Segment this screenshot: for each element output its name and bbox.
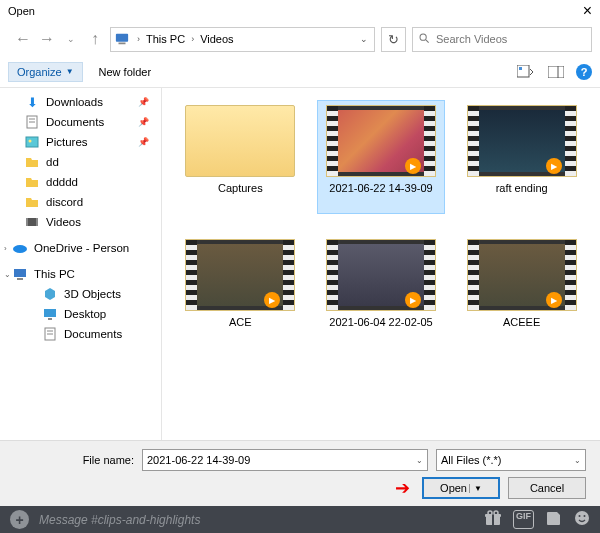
gif-icon[interactable]: GIF [513,510,534,529]
breadcrumb-dropdown-icon[interactable]: ⌄ [360,34,368,44]
folder-item[interactable]: Captures [176,100,304,214]
play-icon: ▶ [405,158,421,174]
video-file-item[interactable]: ▶2021-06-04 22-02-05 [317,234,445,348]
attach-button[interactable]: + [10,510,29,529]
bottom-panel: File name: 2021-06-22 14-39-09 ⌄ All Fil… [0,440,600,507]
video-file-item[interactable]: ▶ACE [176,234,304,348]
pc-icon [12,266,28,282]
crumb-folder[interactable]: Videos [198,33,235,45]
svg-rect-11 [26,137,38,147]
filetype-select[interactable]: All Files (*.*) ⌄ [436,449,586,471]
play-icon: ▶ [546,158,562,174]
search-input[interactable]: Search Videos [412,27,592,52]
sidebar-item-videos[interactable]: Videos [0,212,161,232]
filename-input[interactable]: 2021-06-22 14-39-09 ⌄ [142,449,428,471]
svg-line-3 [426,39,429,42]
pin-icon: 📌 [138,97,149,107]
view-mode-button[interactable] [516,63,536,81]
preview-pane-button[interactable] [546,63,566,81]
svg-point-12 [29,140,32,143]
chevron-right-icon: › [187,34,198,44]
forward-icon: → [38,30,56,48]
video-file-item[interactable]: ▶raft ending [458,100,586,214]
file-label: 2021-06-04 22-02-05 [329,315,432,343]
refresh-button[interactable]: ↻ [381,27,406,52]
svg-rect-6 [548,66,564,78]
folder-icon [185,105,295,177]
svg-rect-15 [36,218,38,226]
svg-rect-26 [492,514,494,525]
sidebar-item-documents[interactable]: Documents [0,324,161,344]
svg-rect-17 [14,269,26,277]
nav-row: ← → ⌄ ↑ › This PC › Videos ⌄ ↻ Search Vi… [0,22,600,56]
video-thumbnail: ▶ [467,105,577,177]
gift-icon[interactable] [485,510,501,529]
file-label: ACEEE [503,315,540,343]
sidebar-item-label: discord [46,196,83,208]
recent-icon[interactable]: ⌄ [62,30,80,48]
video-thumbnail: ▶ [185,239,295,311]
onedrive-icon [12,240,28,256]
close-icon[interactable]: × [583,2,592,20]
svg-rect-0 [116,34,128,42]
sidebar-item-documents[interactable]: Documents📌 [0,112,161,132]
sidebar-item-3d-objects[interactable]: 3D Objects [0,284,161,304]
breadcrumb[interactable]: › This PC › Videos ⌄ [110,27,375,52]
pin-icon: 📌 [138,117,149,127]
sidebar-item-label: Desktop [64,308,106,320]
video-file-item[interactable]: ▶ACEEE [458,234,586,348]
up-icon[interactable]: ↑ [86,30,104,48]
sidebar-item-discord[interactable]: discord [0,192,161,212]
svg-point-28 [494,511,498,515]
emoji-icon[interactable] [574,510,590,529]
sidebar-item-label: OneDrive - Person [34,242,129,254]
cancel-button[interactable]: Cancel [508,477,586,499]
open-button[interactable]: Open ▼ [422,477,500,499]
svg-rect-19 [44,309,56,317]
video-thumbnail: ▶ [467,239,577,311]
sidebar-item-label: Documents [46,116,104,128]
file-label: raft ending [496,181,548,209]
search-placeholder: Search Videos [436,33,507,45]
sidebar-item-pictures[interactable]: Pictures📌 [0,132,161,152]
chevron-down-icon[interactable]: ⌄ [4,270,11,279]
folder-icon [24,174,40,190]
back-icon[interactable]: ← [14,30,32,48]
organize-button[interactable]: Organize ▼ [8,62,83,82]
sidebar-onedrive[interactable]: ›OneDrive - Person [0,238,161,258]
chevron-down-icon[interactable]: ⌄ [574,456,581,465]
sidebar-item-ddddd[interactable]: ddddd [0,172,161,192]
sidebar-item-downloads[interactable]: ⬇Downloads📌 [0,92,161,112]
svg-rect-14 [26,218,28,226]
file-pane[interactable]: Captures▶2021-06-22 14-39-09▶raft ending… [162,88,600,440]
svg-point-30 [579,515,581,517]
window-title: Open [8,5,583,17]
sidebar-item-desktop[interactable]: Desktop [0,304,161,324]
video-file-item[interactable]: ▶2021-06-22 14-39-09 [317,100,445,214]
search-icon [419,33,430,46]
annotation-arrow-icon: ➔ [395,477,410,499]
3d-objects-icon [42,286,58,302]
chevron-down-icon: ▼ [66,67,74,76]
svg-rect-20 [48,318,52,320]
file-label: 2021-06-22 14-39-09 [329,181,432,209]
chevron-right-icon[interactable]: › [4,244,7,253]
file-label: Captures [218,181,263,209]
chevron-down-icon[interactable]: ⌄ [416,456,423,465]
download-icon: ⬇ [24,94,40,110]
crumb-root[interactable]: This PC [144,33,187,45]
chevron-down-icon[interactable]: ▼ [469,484,482,493]
sidebar-item-label: Videos [46,216,81,228]
sidebar-item-label: Documents [64,328,122,340]
message-input[interactable]: Message #clips-and-highlights [39,513,475,527]
sidebar-item-dd[interactable]: dd [0,152,161,172]
video-thumbnail: ▶ [326,239,436,311]
help-icon[interactable]: ? [576,64,592,80]
sidebar-item-label: Downloads [46,96,103,108]
new-folder-button[interactable]: New folder [99,66,152,78]
sidebar-this-pc[interactable]: ⌄This PC [0,264,161,284]
videos-icon [24,214,40,230]
svg-point-16 [13,245,27,253]
sticker-icon[interactable] [546,510,562,529]
open-dialog: Open × ← → ⌄ ↑ › This PC › Videos ⌄ ↻ Se… [0,0,600,508]
